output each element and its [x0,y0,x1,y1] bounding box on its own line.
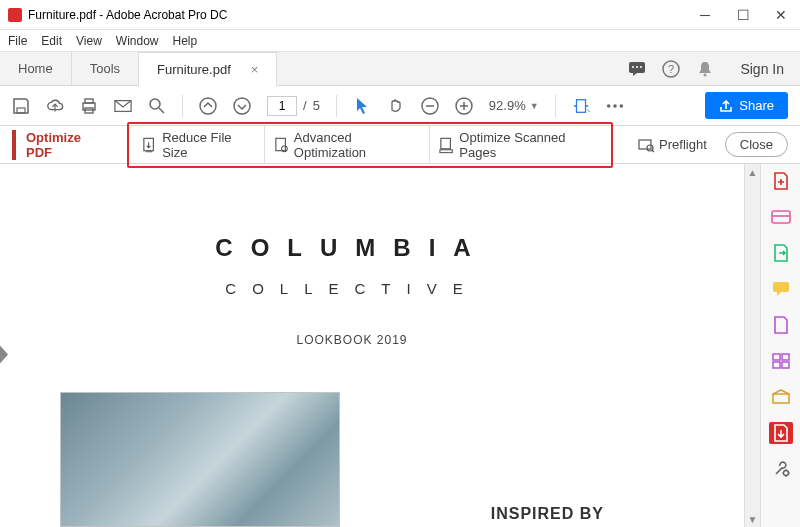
rp-optimize-icon[interactable] [769,422,793,444]
close-panel-button[interactable]: Close [725,132,788,157]
document-viewport[interactable]: COLUMBIA COLLECTIVE LOOKBOOK 2019 INSPIR… [0,164,744,527]
svg-rect-24 [441,138,451,148]
more-icon[interactable] [606,97,624,115]
optimize-bar: Optimize PDF Reduce File Size Advanced O… [0,126,800,164]
scroll-up-icon[interactable]: ▲ [745,164,760,180]
preflight-icon [637,136,655,154]
svg-point-6 [704,73,707,76]
main-toolbar: / 5 92.9% ▼ Share [0,86,800,126]
select-icon[interactable] [353,97,371,115]
svg-rect-25 [440,149,452,152]
mail-icon[interactable] [114,97,132,115]
tabs-row: Home Tools Furniture.pdf × ? Sign In [0,52,800,86]
svg-rect-31 [782,354,789,360]
tab-home[interactable]: Home [0,52,72,85]
svg-rect-17 [576,99,585,112]
svg-point-18 [607,104,611,108]
rp-export-pdf-icon[interactable] [769,242,793,264]
rp-create-pdf-icon[interactable] [769,170,793,192]
signin-button[interactable]: Sign In [740,61,784,77]
fit-width-icon[interactable] [572,97,590,115]
maximize-button[interactable]: ☐ [724,0,762,30]
menu-view[interactable]: View [76,34,102,48]
page-up-icon[interactable] [199,97,217,115]
window-title: Furniture.pdf - Adobe Acrobat Pro DC [28,8,227,22]
share-icon [719,99,733,113]
page-indicator: / 5 [267,96,320,116]
optimize-scanned-button[interactable]: Optimize Scanned Pages [429,126,607,164]
page-down-icon[interactable] [233,97,251,115]
svg-point-35 [783,471,788,476]
zoom-in-icon[interactable] [455,97,473,115]
scanned-icon [438,136,455,154]
reduce-icon [141,136,158,154]
tab-close-icon[interactable]: × [251,62,259,77]
svg-point-19 [613,104,617,108]
zoom-value[interactable]: 92.9% ▼ [489,98,539,113]
vertical-scrollbar[interactable]: ▲ ▼ [744,164,760,527]
doc-heading-2: COLLECTIVE [10,280,694,297]
save-icon[interactable] [12,97,30,115]
reduce-file-size-button[interactable]: Reduce File Size [133,126,264,164]
doc-inspired: INSPIRED BY [491,505,604,523]
search-icon[interactable] [148,97,166,115]
menu-help[interactable]: Help [173,34,198,48]
menu-edit[interactable]: Edit [41,34,62,48]
cloud-icon[interactable] [46,97,64,115]
advanced-optimization-button[interactable]: Advanced Optimization [264,126,429,164]
svg-rect-9 [85,99,93,103]
share-button[interactable]: Share [705,92,788,119]
menu-window[interactable]: Window [116,34,159,48]
rp-protect-icon[interactable] [769,386,793,408]
share-label: Share [739,98,774,113]
doc-photo [60,392,340,527]
rp-redact-icon[interactable] [769,350,793,372]
page-sep: / [303,98,307,113]
svg-point-13 [200,98,216,114]
tab-document[interactable]: Furniture.pdf × [139,52,277,86]
tab-document-label: Furniture.pdf [157,62,231,77]
hand-icon[interactable] [387,97,405,115]
zoom-out-icon[interactable] [421,97,439,115]
right-tools-pane [760,164,800,527]
svg-rect-28 [772,211,790,223]
page-content: COLUMBIA COLLECTIVE LOOKBOOK 2019 INSPIR… [10,174,694,527]
preflight-button[interactable]: Preflight [629,132,715,158]
rp-comment-icon[interactable] [769,278,793,300]
optimize-options-highlight: Reduce File Size Advanced Optimization O… [127,122,613,168]
svg-text:?: ? [668,63,674,75]
scroll-down-icon[interactable]: ▼ [745,511,760,527]
document-area: COLUMBIA COLLECTIVE LOOKBOOK 2019 INSPIR… [0,164,800,527]
doc-subtitle: LOOKBOOK 2019 [10,333,694,347]
rp-organize-icon[interactable] [769,314,793,336]
chat-icon[interactable] [628,60,646,78]
rp-edit-pdf-icon[interactable] [769,206,793,228]
advanced-icon [273,136,290,154]
svg-rect-22 [276,138,286,150]
menu-file[interactable]: File [8,34,27,48]
svg-rect-33 [782,362,789,368]
bell-icon[interactable] [696,60,714,78]
help-icon[interactable]: ? [662,60,680,78]
svg-point-2 [636,66,638,68]
rp-more-tools-icon[interactable] [769,458,793,480]
menubar: File Edit View Window Help [0,30,800,52]
tab-tools[interactable]: Tools [72,52,139,85]
zoom-label: 92.9% [489,98,526,113]
optimize-title: Optimize PDF [12,130,107,160]
svg-rect-29 [773,282,789,292]
print-icon[interactable] [80,97,98,115]
app-icon [8,8,22,22]
svg-point-1 [632,66,634,68]
page-current-input[interactable] [267,96,297,116]
page-total: 5 [313,98,320,113]
doc-heading-1: COLUMBIA [10,234,694,262]
svg-rect-32 [773,362,780,368]
svg-point-3 [640,66,642,68]
svg-rect-30 [773,354,780,360]
svg-point-20 [619,104,623,108]
minimize-button[interactable]: ─ [686,0,724,30]
close-window-button[interactable]: ✕ [762,0,800,30]
chevron-down-icon: ▼ [530,101,539,111]
svg-rect-34 [773,394,789,403]
